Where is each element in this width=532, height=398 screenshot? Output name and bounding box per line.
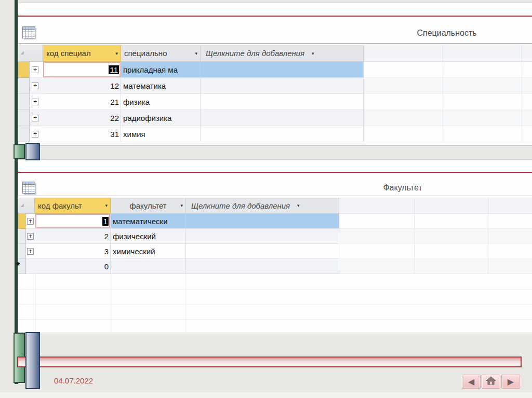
cell-add[interactable] xyxy=(201,78,364,94)
cell-name[interactable]: математически xyxy=(111,214,186,229)
cell-add[interactable] xyxy=(186,214,339,229)
expand-row-button[interactable]: + xyxy=(27,233,34,240)
cell-name[interactable]: химия xyxy=(121,126,201,142)
row-selector[interactable] xyxy=(18,62,30,78)
chevron-down-icon[interactable]: ▾ xyxy=(115,51,118,56)
empty-cell xyxy=(443,110,522,126)
cell-name[interactable]: физика xyxy=(121,94,201,110)
panel1-accent-line xyxy=(18,16,532,17)
cell-code[interactable]: 22 xyxy=(43,110,121,126)
cell-add[interactable] xyxy=(201,110,364,126)
empty-cell xyxy=(364,94,443,110)
nav-home-button[interactable] xyxy=(482,375,500,389)
cell-name[interactable] xyxy=(111,259,186,274)
empty-cell xyxy=(364,110,443,126)
slide-bottom-strip xyxy=(0,392,532,398)
cell-name[interactable]: прикладная ма xyxy=(121,62,201,78)
empty-header xyxy=(488,198,532,214)
expand-row-button[interactable]: + xyxy=(27,248,34,255)
cell-code-active[interactable]: 11 xyxy=(43,62,121,78)
empty-cell xyxy=(488,244,532,259)
chevron-down-icon[interactable]: ▾ xyxy=(195,51,197,56)
new-record-selector[interactable]: * xyxy=(18,259,26,274)
nav-back-button[interactable]: ◀ xyxy=(462,375,481,389)
expand-row-button[interactable]: + xyxy=(32,99,38,105)
empty-header xyxy=(364,45,443,62)
header-row: ◢ код факульт ▾ факультет ▾ Щелкните для… xyxy=(18,198,532,214)
cell-code[interactable]: 0 xyxy=(35,259,111,274)
row-selector[interactable] xyxy=(18,78,30,94)
column-header-name[interactable]: специально ▾ xyxy=(121,45,201,62)
cell-name[interactable]: физический xyxy=(111,229,186,244)
header-row: ◢ код специал ▾ специально ▾ Щелкните дл… xyxy=(18,45,532,62)
cell-add[interactable] xyxy=(201,62,364,78)
cell-code[interactable]: 31 xyxy=(43,126,121,142)
empty-cell xyxy=(522,78,532,94)
gridline xyxy=(18,304,532,305)
row-selector[interactable] xyxy=(18,244,26,259)
column-header-add[interactable]: Щелкните для добавления ▾ xyxy=(186,198,339,214)
expand-row-button[interactable]: + xyxy=(27,218,34,225)
gridline xyxy=(18,332,532,333)
select-all-icon: ◢ xyxy=(20,50,24,55)
column-header-label: специально xyxy=(124,49,167,58)
expand-cell: + xyxy=(30,126,43,142)
expand-row-button[interactable]: + xyxy=(32,115,38,121)
panel2-accent-line xyxy=(18,172,532,173)
column-header-code[interactable]: код факульт ▾ xyxy=(35,198,111,214)
table-row: + 11 прикладная ма xyxy=(18,62,532,78)
cell-add[interactable] xyxy=(201,94,364,110)
row-selector[interactable] xyxy=(18,126,30,142)
row-selector[interactable] xyxy=(18,110,30,126)
chevron-down-icon[interactable]: ▾ xyxy=(312,51,314,56)
column-header-label: код факульт xyxy=(38,201,82,210)
empty-cell xyxy=(443,126,522,142)
cell-code[interactable]: 12 xyxy=(43,78,121,94)
datasheet-specialty: ◢ код специал ▾ специально ▾ Щелкните дл… xyxy=(18,45,532,142)
column-header-label: Щелкните для добавления xyxy=(191,201,290,210)
cell-name[interactable]: радиофизика xyxy=(121,110,201,126)
table-title-faculty: Факультет xyxy=(340,183,465,193)
cell-code[interactable]: 21 xyxy=(43,94,121,110)
chevron-down-icon[interactable]: ▾ xyxy=(180,203,183,208)
row-selector[interactable] xyxy=(18,214,26,229)
empty-cell xyxy=(339,244,415,259)
column-header-name[interactable]: факультет ▾ xyxy=(111,198,186,214)
empty-cell xyxy=(364,62,443,78)
expand-cell: + xyxy=(30,110,43,126)
empty-cell xyxy=(415,244,488,259)
empty-cell xyxy=(443,94,522,110)
column-header-add[interactable]: Щелкните для добавления ▾ xyxy=(201,45,364,62)
table-row: + 12 математика xyxy=(18,78,532,94)
empty-cell xyxy=(522,126,532,142)
cell-add[interactable] xyxy=(186,244,339,259)
column-header-label: Щелкните для добавления xyxy=(206,49,304,58)
empty-grid-area xyxy=(18,274,532,333)
row-selector[interactable] xyxy=(18,94,30,110)
expand-cell: + xyxy=(26,229,35,244)
cell-code-active[interactable]: 1 xyxy=(35,214,111,229)
chevron-down-icon[interactable]: ▾ xyxy=(105,203,108,208)
empty-cell xyxy=(415,214,488,229)
row-selector[interactable] xyxy=(18,229,26,244)
cell-name[interactable]: математика xyxy=(121,78,201,94)
cell-add[interactable] xyxy=(186,259,339,274)
empty-cell xyxy=(364,78,443,94)
nav-forward-button[interactable]: ▶ xyxy=(501,375,520,389)
cell-name[interactable]: химический xyxy=(111,244,186,259)
select-all-cell[interactable]: ◢ xyxy=(18,45,43,62)
select-all-cell[interactable]: ◢ xyxy=(18,198,35,214)
expand-row-button[interactable]: + xyxy=(32,83,38,89)
expand-row-button[interactable]: + xyxy=(32,131,38,138)
empty-cell xyxy=(443,62,522,78)
cell-add[interactable] xyxy=(186,229,339,244)
grid-top-border xyxy=(18,196,532,196)
cell-code[interactable]: 2 xyxy=(35,229,111,244)
column-header-code[interactable]: код специал ▾ xyxy=(43,45,121,62)
chevron-down-icon[interactable]: ▾ xyxy=(297,203,300,208)
expand-row-button[interactable]: + xyxy=(32,66,38,73)
cell-add[interactable] xyxy=(201,126,364,142)
slide-date: 04.07.2022 xyxy=(54,376,93,385)
empty-cell xyxy=(443,78,522,94)
cell-code[interactable]: 3 xyxy=(35,244,111,259)
